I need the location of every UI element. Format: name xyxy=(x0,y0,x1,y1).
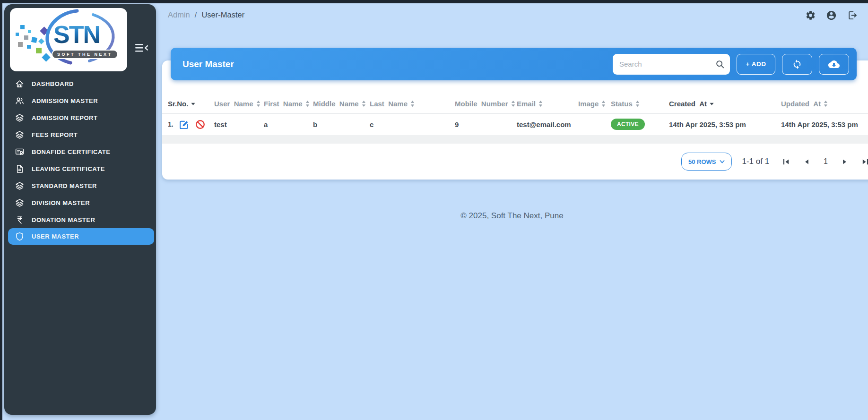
menu-collapse-icon[interactable] xyxy=(133,41,149,55)
document-icon xyxy=(15,164,25,174)
edit-icon[interactable] xyxy=(179,119,190,130)
rows-per-page-button[interactable]: 50 ROWS xyxy=(681,153,732,171)
column-header-status[interactable]: Status xyxy=(611,94,669,113)
search-box xyxy=(613,54,730,75)
cell-first-name: a xyxy=(264,113,313,135)
logo[interactable]: STN SOFT THE NEXT xyxy=(10,8,127,71)
column-header-sr-no[interactable]: Sr.No. xyxy=(162,94,214,113)
sidebar-item-division-master[interactable]: DIVISION MASTER xyxy=(4,194,156,211)
search-input[interactable] xyxy=(613,54,730,75)
breadcrumb-current: User-Master xyxy=(201,10,244,19)
cell-last-name: c xyxy=(370,113,455,135)
chevron-down-icon xyxy=(720,160,725,163)
cloud-download-icon xyxy=(828,59,840,70)
sort-both-icon xyxy=(601,100,606,107)
last-page-icon[interactable] xyxy=(861,158,868,166)
sidebar-item-donation-master[interactable]: DONATION MASTER xyxy=(4,211,156,228)
sidebar-item-label: USER MASTER xyxy=(32,233,79,240)
app-window: STN SOFT THE NEXT DASHBOARD xyxy=(0,0,868,420)
sort-both-icon xyxy=(256,100,261,107)
cell-sr-no: 1. xyxy=(162,113,214,135)
panel-actions: + ADD xyxy=(613,54,849,75)
sidebar-item-label: DASHBOARD xyxy=(32,80,74,87)
table-row: 1. test xyxy=(162,113,868,135)
topbar-actions xyxy=(805,10,858,21)
column-header-created-at[interactable]: Created_At xyxy=(669,94,781,113)
settings-icon[interactable] xyxy=(805,10,816,21)
window-frame-top xyxy=(0,0,868,3)
sort-desc-icon xyxy=(191,102,196,106)
layers-icon xyxy=(15,198,25,208)
window-frame-left xyxy=(0,0,2,420)
layers-icon xyxy=(15,181,25,191)
sidebar-item-label: DIVISION MASTER xyxy=(32,199,90,206)
rupee-icon xyxy=(15,215,25,225)
column-header-updated-at[interactable]: Updated_At xyxy=(781,94,868,113)
sidebar-item-label: ADMISSION REPORT xyxy=(32,114,97,121)
sidebar-item-admission-master[interactable]: ADMISSION MASTER xyxy=(4,92,156,109)
panel-title: User Master xyxy=(182,59,234,69)
add-button[interactable]: + ADD xyxy=(737,54,775,75)
column-header-email[interactable]: Email xyxy=(517,94,578,113)
export-button[interactable] xyxy=(819,54,849,75)
current-page[interactable]: 1 xyxy=(824,157,828,166)
sidebar-item-user-master[interactable]: USER MASTER xyxy=(8,228,154,245)
sidebar-item-dashboard[interactable]: DASHBOARD xyxy=(4,75,156,92)
sidebar-item-fees-report[interactable]: FEES REPORT xyxy=(4,126,156,143)
sort-both-icon xyxy=(305,100,310,107)
footer-copyright: © 2025, Soft The Next, Pune xyxy=(156,211,868,221)
column-header-image[interactable]: Image xyxy=(578,94,611,113)
column-header-last-name[interactable]: Last_Name xyxy=(370,94,455,113)
sidebar-item-standard-master[interactable]: STANDARD MASTER xyxy=(4,177,156,194)
panel-header: User Master + ADD xyxy=(171,48,857,80)
breadcrumb-parent[interactable]: Admin xyxy=(168,10,190,19)
cell-email: test@email.com xyxy=(517,113,578,135)
sort-desc-icon xyxy=(709,102,714,106)
search-icon[interactable] xyxy=(715,59,725,69)
column-header-first-name[interactable]: First_Name xyxy=(264,94,313,113)
cell-updated-at: 14th Apr 2025, 3:53 pm xyxy=(781,113,868,135)
sidebar-item-leaving-certificate[interactable]: LEAVING CERTIFICATE xyxy=(4,160,156,177)
cell-mobile-number: 9 xyxy=(455,113,517,135)
sidebar-item-label: LEAVING CERTIFICATE xyxy=(32,165,105,172)
sort-both-icon xyxy=(635,100,640,107)
cell-status: ACTIVE xyxy=(611,113,669,135)
sidebar-item-label: STANDARD MASTER xyxy=(32,182,97,189)
breadcrumb-separator: / xyxy=(195,10,197,19)
block-icon[interactable] xyxy=(195,119,206,130)
sidebar-item-label: FEES REPORT xyxy=(32,131,78,138)
refresh-button[interactable] xyxy=(782,54,812,75)
breadcrumb: Admin / User-Master xyxy=(168,10,244,19)
refresh-icon xyxy=(792,59,802,69)
certificate-icon xyxy=(15,147,25,157)
column-header-user-name[interactable]: User_Name xyxy=(214,94,264,113)
logout-icon[interactable] xyxy=(847,10,858,21)
cell-image xyxy=(578,113,611,135)
main-content: Admin / User-Master User Master xyxy=(156,3,868,420)
sidebar-item-label: ADMISSION MASTER xyxy=(32,97,98,104)
layers-icon xyxy=(15,130,25,140)
table-header-row: Sr.No. User_Name First_Name Middle_ xyxy=(162,94,868,113)
cell-middle-name: b xyxy=(313,113,370,135)
sidebar-item-label: BONAFIDE CERTIFICATE xyxy=(32,148,110,155)
layers-icon xyxy=(15,113,25,123)
sort-both-icon xyxy=(361,100,366,107)
first-page-icon[interactable] xyxy=(782,158,790,166)
next-page-icon[interactable] xyxy=(841,158,849,166)
row-number: 1. xyxy=(168,120,174,128)
pager-controls: 1 xyxy=(782,157,868,166)
sidebar-item-admission-report[interactable]: ADMISSION REPORT xyxy=(4,109,156,126)
logo-acronym: STN xyxy=(53,20,100,49)
column-header-middle-name[interactable]: Middle_Name xyxy=(313,94,370,113)
pagination-range: 1-1 of 1 xyxy=(742,157,769,166)
people-icon xyxy=(15,96,25,106)
logo-tagline: SOFT THE NEXT xyxy=(52,50,118,59)
column-header-mobile-number[interactable]: Mobile_Number xyxy=(455,94,517,113)
previous-page-icon[interactable] xyxy=(803,158,811,166)
account-icon[interactable] xyxy=(826,10,837,21)
sidebar-item-bonafide-certificate[interactable]: BONAFIDE CERTIFICATE xyxy=(4,143,156,160)
sidebar-item-label: DONATION MASTER xyxy=(32,216,95,223)
sort-both-icon xyxy=(511,100,516,107)
sort-both-icon xyxy=(410,100,415,107)
pagination-bar: 50 ROWS 1-1 of 1 1 xyxy=(162,144,868,180)
